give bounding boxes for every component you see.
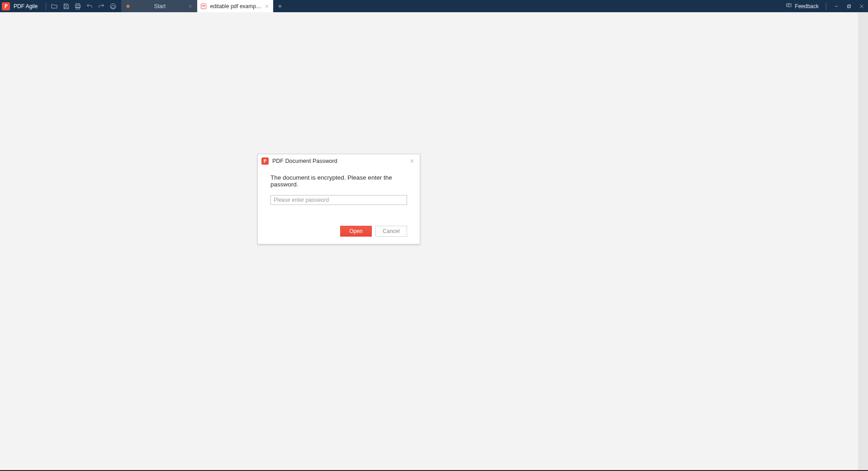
document-viewport: PDF Document Password The document is en…	[0, 12, 868, 471]
titlebar-right: Feedback	[782, 0, 868, 12]
star-icon	[125, 3, 131, 10]
svg-rect-6	[848, 5, 850, 8]
dialog-close-button[interactable]	[408, 157, 416, 165]
maximize-restore-button[interactable]	[843, 4, 855, 9]
feedback-label: Feedback	[795, 3, 819, 10]
cancel-button[interactable]: Cancel	[375, 226, 407, 237]
redo-icon[interactable]	[98, 3, 105, 10]
svg-rect-0	[76, 4, 80, 5]
minimize-button[interactable]	[830, 4, 843, 9]
tab-label: Start	[135, 3, 185, 10]
open-file-icon[interactable]	[51, 3, 58, 10]
svg-rect-2	[76, 7, 80, 9]
tab-strip: Start editable pdf example.pdf	[121, 0, 287, 12]
quick-access-toolbar	[50, 0, 119, 12]
close-icon[interactable]	[264, 3, 270, 10]
close-icon[interactable]	[187, 3, 194, 10]
save-icon[interactable]	[62, 3, 70, 10]
dialog-body: The document is encrypted. Please enter …	[258, 168, 420, 208]
svg-rect-4	[787, 4, 792, 7]
app-section: PDF Agile	[0, 0, 42, 12]
titlebar: PDF Agile Start	[0, 0, 868, 12]
dialog-message: The document is encrypted. Please enter …	[270, 174, 407, 188]
pdf-icon	[201, 3, 206, 10]
app-logo-icon	[2, 2, 10, 10]
print-icon[interactable]	[74, 3, 81, 10]
divider	[826, 3, 826, 10]
tab-label: editable pdf example.pdf	[210, 3, 262, 10]
home-icon[interactable]	[109, 3, 117, 10]
password-input[interactable]	[270, 195, 407, 205]
divider	[46, 3, 46, 10]
app-logo-icon	[261, 157, 269, 165]
svg-rect-5	[848, 5, 851, 7]
tab-document[interactable]: editable pdf example.pdf	[197, 0, 273, 12]
new-tab-button[interactable]	[273, 0, 287, 12]
password-dialog: PDF Document Password The document is en…	[257, 154, 420, 244]
dialog-title: PDF Document Password	[272, 158, 337, 164]
close-window-button[interactable]	[855, 4, 868, 9]
dialog-header: PDF Document Password	[258, 154, 420, 168]
tab-start[interactable]: Start	[121, 0, 197, 12]
feedback-icon	[786, 2, 792, 10]
window-controls	[830, 4, 868, 9]
undo-icon[interactable]	[86, 3, 93, 10]
dialog-footer: Open Cancel	[258, 208, 420, 244]
scrollbar-rail	[858, 12, 868, 471]
feedback-button[interactable]: Feedback	[782, 2, 822, 10]
open-button[interactable]: Open	[340, 226, 372, 237]
app-name: PDF Agile	[14, 3, 38, 10]
